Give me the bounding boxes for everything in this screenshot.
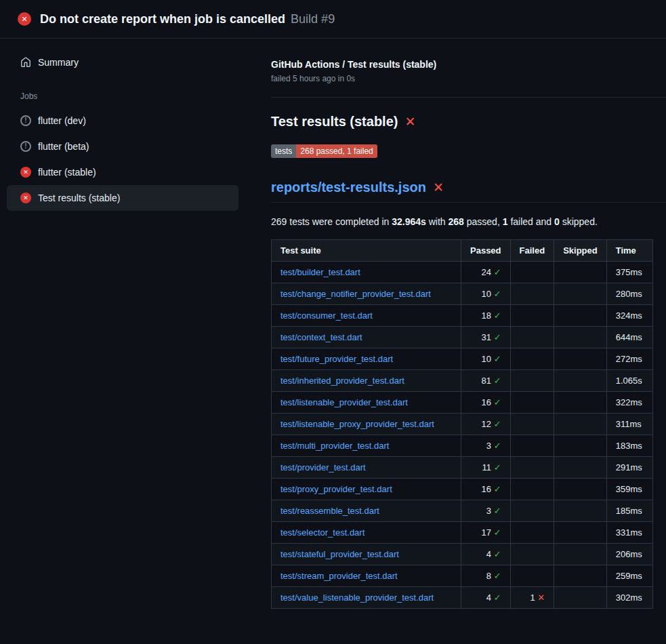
- suite-cell: test/builder_test.dart: [272, 262, 461, 283]
- passed-cell: 17 ✓: [461, 522, 511, 544]
- test-suite-link[interactable]: test/stream_provider_test.dart: [280, 571, 398, 581]
- check-icon: ✓: [494, 484, 501, 494]
- skipped-cell: [554, 305, 607, 327]
- badge-label: tests: [271, 144, 296, 158]
- section-divider: [271, 97, 666, 98]
- col-header-passed: Passed: [461, 240, 511, 262]
- skipped-cell: [554, 414, 607, 435]
- sidebar-item-flutter-dev[interactable]: !flutter (dev): [7, 108, 238, 134]
- test-suite-link[interactable]: test/selector_test.dart: [280, 527, 365, 538]
- sidebar-item-label: flutter (dev): [38, 115, 86, 126]
- test-suite-link[interactable]: test/context_test.dart: [280, 332, 362, 342]
- skipped-cell: [554, 565, 607, 587]
- test-suite-link[interactable]: test/proxy_provider_test.dart: [280, 484, 392, 494]
- passed-cell: 31 ✓: [461, 327, 511, 348]
- summary-text: failed and: [508, 216, 555, 227]
- table-row: test/stream_provider_test.dart8 ✓259ms: [272, 565, 653, 587]
- suite-cell: test/multi_provider_test.dart: [272, 435, 461, 457]
- suite-cell: test/listenable_proxy_provider_test.dart: [272, 414, 461, 435]
- col-header-time: Time: [606, 240, 652, 262]
- page-header: ✕ Do not create report when job is cance…: [0, 0, 666, 39]
- passed-cell: 12 ✓: [461, 414, 511, 435]
- suite-cell: test/stateful_provider_test.dart: [272, 544, 461, 565]
- skipped-cell: [554, 500, 607, 522]
- test-suite-link[interactable]: test/stateful_provider_test.dart: [280, 549, 399, 559]
- test-suite-link[interactable]: test/reassemble_test.dart: [280, 506, 379, 516]
- failed-cell: [510, 262, 554, 283]
- failed-cell: [510, 305, 554, 327]
- test-suite-link[interactable]: test/change_notifier_provider_test.dart: [280, 289, 431, 299]
- table-row: test/reassemble_test.dart3 ✓185ms: [272, 500, 653, 522]
- passed-cell: 81 ✓: [461, 370, 511, 392]
- skipped-cell: [554, 435, 607, 457]
- skipped-cell: [554, 348, 607, 370]
- page-title: Do not create report when job is cancell…: [40, 12, 285, 26]
- summary-text: 269 tests were completed in: [271, 216, 392, 227]
- check-icon: ✓: [494, 592, 501, 603]
- breadcrumb: GitHub Actions / Test results (stable): [271, 59, 666, 70]
- build-number: Build #9: [291, 12, 335, 26]
- sidebar-item-summary[interactable]: Summary: [7, 49, 238, 75]
- time-cell: 359ms: [606, 479, 652, 500]
- skipped-cell: [554, 370, 607, 392]
- check-icon: ✓: [494, 419, 501, 429]
- suite-cell: test/future_provider_test.dart: [272, 348, 461, 370]
- col-header-skipped: Skipped: [554, 240, 607, 262]
- sidebar: Summary Jobs !flutter (dev)!flutter (bet…: [0, 39, 257, 211]
- test-suite-link[interactable]: test/future_provider_test.dart: [280, 354, 393, 364]
- report-file-link[interactable]: reports/test-results.json: [271, 180, 426, 195]
- passed-cell: 16 ✓: [461, 392, 511, 414]
- check-title-text: Test results (stable): [271, 114, 398, 129]
- failed-status-icon: ✕: [18, 12, 31, 26]
- sidebar-jobs-list: !flutter (dev)!flutter (beta)✕flutter (s…: [7, 108, 238, 211]
- table-row: test/value_listenable_provider_test.dart…: [272, 587, 653, 609]
- passed-cell: 3 ✓: [461, 500, 511, 522]
- summary-failed-count: 1: [503, 216, 508, 227]
- test-suite-link[interactable]: test/consumer_test.dart: [280, 310, 373, 321]
- layout: Summary Jobs !flutter (dev)!flutter (bet…: [0, 39, 666, 609]
- check-title: Test results (stable) ✕: [271, 114, 666, 129]
- failed-cell: [510, 283, 554, 305]
- check-icon: ✓: [494, 462, 501, 472]
- failed-cell: [510, 457, 554, 479]
- skipped-cell: [554, 544, 607, 565]
- cancelled-icon: !: [20, 115, 31, 126]
- summary-text: passed,: [464, 216, 503, 227]
- skipped-cell: [554, 479, 607, 500]
- test-suite-link[interactable]: test/value_listenable_provider_test.dart: [280, 592, 434, 603]
- failed-cell: [510, 544, 554, 565]
- sidebar-item-flutter-stable[interactable]: ✕flutter (stable): [7, 159, 238, 185]
- test-suite-link[interactable]: test/inherited_provider_test.dart: [280, 376, 404, 386]
- sidebar-item-flutter-beta[interactable]: !flutter (beta): [7, 134, 238, 159]
- summary-line: 269 tests were completed in 32.964s with…: [271, 216, 666, 227]
- test-suite-link[interactable]: test/listenable_provider_test.dart: [280, 397, 408, 407]
- summary-text: skipped.: [560, 216, 598, 227]
- test-suite-link[interactable]: test/listenable_proxy_provider_test.dart: [280, 419, 434, 429]
- check-icon: ✓: [494, 571, 501, 581]
- time-cell: 375ms: [606, 262, 652, 283]
- col-header-test-suite: Test suite: [272, 240, 461, 262]
- results-table-body: test/builder_test.dart24 ✓375mstest/chan…: [272, 262, 653, 609]
- cross-icon: ✕: [537, 592, 545, 603]
- suite-cell: test/stream_provider_test.dart: [272, 565, 461, 587]
- test-suite-link[interactable]: test/provider_test.dart: [280, 462, 366, 472]
- suite-cell: test/selector_test.dart: [272, 522, 461, 544]
- time-cell: 291ms: [606, 457, 652, 479]
- table-header-row: Test suite Passed Failed Skipped Time: [272, 240, 653, 262]
- main-content: GitHub Actions / Test results (stable) f…: [257, 39, 666, 609]
- badge-value: 268 passed, 1 failed: [296, 144, 377, 158]
- tests-badge: tests 268 passed, 1 failed: [271, 144, 377, 158]
- suite-cell: test/value_listenable_provider_test.dart: [272, 587, 461, 609]
- test-suite-link[interactable]: test/multi_provider_test.dart: [280, 441, 389, 451]
- time-cell: 206ms: [606, 544, 652, 565]
- check-icon: ✓: [494, 310, 501, 321]
- summary-skipped-count: 0: [554, 216, 560, 227]
- passed-cell: 3 ✓: [461, 435, 511, 457]
- col-header-failed: Failed: [510, 240, 554, 262]
- table-row: test/change_notifier_provider_test.dart1…: [272, 283, 653, 305]
- sidebar-item-test-results-stable[interactable]: ✕Test results (stable): [7, 185, 238, 211]
- skipped-cell: [554, 522, 607, 544]
- time-cell: 259ms: [606, 565, 652, 587]
- test-suite-link[interactable]: test/builder_test.dart: [280, 267, 360, 277]
- table-row: test/multi_provider_test.dart3 ✓183ms: [272, 435, 653, 457]
